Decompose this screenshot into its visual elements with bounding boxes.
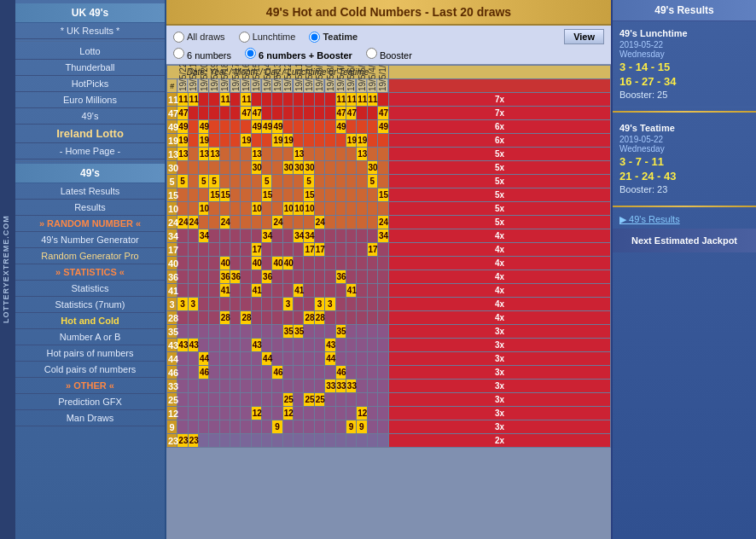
cell-15-17 [357, 298, 367, 311]
sidebar-item-man-draws[interactable]: Man Draws [15, 410, 165, 426]
row-number-35: 35 [167, 325, 177, 339]
cell-16-7 [251, 311, 261, 325]
sidebar-item-49s[interactable]: 49's [15, 108, 165, 125]
sidebar-item-statistics[interactable]: Statistics [15, 281, 165, 297]
cell-21-17 [357, 380, 367, 393]
count-col-header [389, 79, 611, 93]
cell-3-19 [377, 134, 388, 148]
sidebar-item-euromillions[interactable]: Euro Millions [15, 92, 165, 108]
cell-5-7: 30 [251, 161, 261, 175]
sidebar-item-49s-generator[interactable]: 49's Number Generator [15, 232, 165, 248]
teatime-result-block: 49's Teatime 2019-05-22 Wednesday 3 - 7 … [613, 116, 756, 202]
table-row: 464646463x [167, 366, 611, 380]
sidebar-item-lotto[interactable]: Lotto [15, 43, 165, 60]
cell-16-3 [209, 311, 219, 325]
cell-10-16 [346, 229, 356, 243]
cell-14-11: 41 [294, 284, 304, 298]
radio-lunchtime[interactable]: Lunchtime [239, 32, 296, 43]
cell-14-19 [377, 284, 388, 298]
cell-24-6 [241, 420, 251, 434]
cell-18-11 [294, 339, 304, 352]
sidebar-item-hot-cold[interactable]: Hot and Cold [15, 313, 165, 329]
cell-4-15 [335, 148, 346, 161]
cell-10-11: 34 [294, 229, 304, 243]
row-number-34: 34 [167, 229, 177, 243]
cell-7-8: 15 [262, 188, 272, 202]
count-9: 3x [389, 420, 611, 434]
radio-all-draws[interactable]: All draws [173, 32, 225, 43]
view-button[interactable]: View [564, 29, 604, 44]
cell-16-15 [335, 311, 346, 325]
sidebar-item-number-a-or-b[interactable]: Number A or B [15, 329, 165, 345]
radio-6-numbers-booster[interactable]: 6 numbers + Booster [245, 48, 352, 61]
cell-14-13 [314, 284, 324, 298]
cell-12-7: 40 [251, 257, 261, 270]
sidebar-item-statistics-header[interactable]: » STATISTICS « [15, 264, 165, 281]
cell-14-7: 41 [251, 284, 261, 298]
next-jackpot-button[interactable]: Next Estimated Jackpot [613, 229, 756, 252]
results-link[interactable]: ▶ 49's Results [613, 211, 756, 229]
table-row: 17171717174x [167, 243, 611, 257]
cell-20-12 [304, 366, 314, 380]
cell-17-11: 35 [294, 325, 304, 339]
sidebar-item-thunderball[interactable]: Thunderball [15, 60, 165, 76]
cell-17-17 [357, 325, 367, 339]
count-44: 3x [389, 352, 611, 366]
cell-11-6 [241, 243, 251, 257]
cell-5-8 [262, 161, 272, 175]
right-panel-header: 49's Results [613, 0, 756, 21]
cell-6-15 [335, 175, 346, 188]
cell-10-6 [241, 229, 251, 243]
cell-10-9 [272, 229, 282, 243]
cell-6-5 [230, 175, 241, 188]
cell-13-3 [209, 270, 219, 284]
cell-7-0 [177, 188, 188, 202]
cell-19-8: 44 [262, 352, 272, 366]
sidebar-item-other-header[interactable]: » OTHER « [15, 378, 165, 394]
date-cell-8: 19/5/14/T [262, 79, 272, 93]
sidebar-item-prediction-gfx[interactable]: Prediction GFX [15, 394, 165, 410]
cell-19-7 [251, 352, 261, 366]
cell-23-8 [262, 407, 272, 420]
cell-4-4 [219, 148, 230, 161]
table-row: 55555555x [167, 175, 611, 188]
sidebar-item-hot-pairs[interactable]: Hot pairs of numbers [15, 345, 165, 362]
sidebar-item-random-gen-pro[interactable]: Random Generator Pro [15, 248, 165, 264]
cell-3-15 [335, 134, 346, 148]
sidebar-item-statistics-7num[interactable]: Statistics (7num) [15, 297, 165, 313]
cell-17-10: 35 [282, 325, 293, 339]
sidebar-item-results[interactable]: Results [15, 200, 165, 216]
cell-5-19 [377, 161, 388, 175]
cell-8-5 [230, 202, 241, 216]
cell-9-18 [367, 216, 377, 229]
sidebar-item-hotpicks[interactable]: HotPicks [15, 76, 165, 92]
sidebar-item-uk-results[interactable]: * UK Results * [15, 23, 165, 39]
sidebar-item-home[interactable]: - Home Page - [15, 143, 165, 159]
radio-booster[interactable]: Booster [366, 48, 412, 61]
cell-14-15 [335, 284, 346, 298]
sidebar-item-random-number[interactable]: » RANDOM NUMBER « [15, 216, 165, 232]
cell-16-17 [357, 311, 367, 325]
cell-4-5 [230, 148, 241, 161]
cell-20-5 [230, 366, 241, 380]
cell-0-1: 11 [188, 93, 198, 107]
sidebar-item-ireland-lotto[interactable]: Ireland Lotto [15, 125, 165, 143]
cell-12-11 [294, 257, 304, 270]
radio-teatime[interactable]: Teatime [309, 32, 358, 43]
dates-row: # 19/5/22/T19/5/21/T19/5/20/T19/5/19/T19… [167, 79, 611, 93]
cell-18-16 [346, 339, 356, 352]
date-cell-16: 19/5/6/T [346, 79, 356, 93]
cell-1-14 [325, 107, 335, 120]
sidebar-item-latest-results[interactable]: Latest Results [15, 183, 165, 200]
cell-5-12: 30 [304, 161, 314, 175]
count-40: 4x [389, 257, 611, 270]
cell-20-17 [357, 366, 367, 380]
cell-14-6 [241, 284, 251, 298]
cell-20-19 [377, 366, 388, 380]
cell-14-5 [230, 284, 241, 298]
cell-18-3 [209, 339, 219, 352]
cell-18-13 [314, 339, 324, 352]
sidebar-item-cold-pairs[interactable]: Cold pairs of numbers [15, 362, 165, 378]
cell-2-8: 49 [262, 120, 272, 134]
radio-6-numbers[interactable]: 6 numbers [173, 48, 231, 61]
